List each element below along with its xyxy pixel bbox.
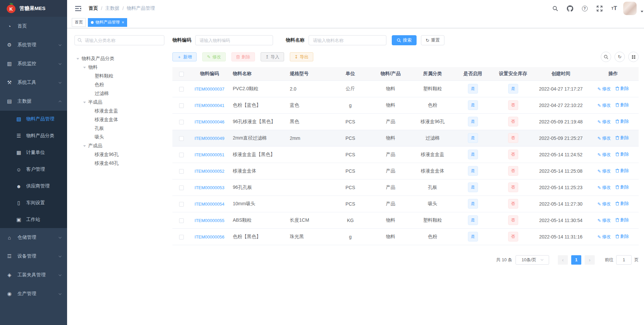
material-code-link[interactable]: ITEM00000053 [195,185,224,190]
row-checkbox[interactable] [179,185,184,190]
github-icon[interactable] [564,3,576,14]
tree-node[interactable]: 过滤棉 [74,89,164,98]
material-code-link[interactable]: ITEM00000037 [195,87,224,92]
tab[interactable]: 物料产品管理 × [88,18,127,27]
help-icon[interactable]: ? [579,3,590,14]
export-button[interactable]: ↧导出 [290,52,313,61]
sidebar-item[interactable]: ☺ 客户管理 [0,161,67,178]
row-checkbox[interactable] [179,153,184,157]
tree-node[interactable]: 孔板 [74,124,164,133]
row-checkbox[interactable] [179,120,184,124]
current-page-button[interactable]: 1 [571,255,581,265]
material-code-link[interactable]: ITEM00000049 [195,136,224,141]
close-icon[interactable]: × [122,20,124,24]
show-search-button[interactable] [601,52,611,62]
row-checkbox[interactable] [179,235,184,239]
avatar[interactable] [623,2,637,15]
sidebar-item[interactable]: ◈ 工装夹具管理 [0,266,67,284]
sidebar-item[interactable]: ◔ 首页 [0,17,67,36]
delete-button[interactable]: 删除 [231,52,255,61]
breadcrumb-home[interactable]: 首页 [89,5,98,11]
tree-node[interactable]: 塑料颗粒 [74,72,164,80]
sidebar-item[interactable]: ▯ 车间设置 [0,195,67,211]
tree-node[interactable]: 物料及产品分类 [74,54,164,63]
row-delete-link[interactable]: 删除 [615,168,629,174]
sidebar-item[interactable]: ☲ 设备管理 [0,247,67,266]
category-search-input[interactable] [74,35,164,45]
sidebar-item[interactable]: ⌂ 仓储管理 [0,228,67,247]
material-code-link[interactable]: ITEM00000055 [195,218,224,223]
page-size-select[interactable]: 10条/页 [516,255,549,265]
row-delete-link[interactable]: 删除 [615,135,629,141]
tree-node[interactable]: 移液盒盒盖 [74,107,164,115]
row-checkbox[interactable] [179,103,184,108]
select-all-checkbox[interactable] [179,72,184,76]
material-code-link[interactable]: ITEM00000054 [195,202,224,207]
next-page-button[interactable]: › [585,255,595,265]
prev-page-button[interactable]: ‹ [558,255,568,265]
row-delete-link[interactable]: 删除 [615,184,629,190]
row-checkbox[interactable] [179,87,184,92]
tree-node[interactable]: 移液盒96孔 [74,150,164,159]
code-input[interactable] [195,35,273,45]
tab[interactable]: 首页 [72,18,86,27]
material-code-link[interactable]: ITEM00000052 [195,169,224,174]
row-checkbox[interactable] [179,169,184,174]
row-delete-link[interactable]: 删除 [615,151,629,157]
sidebar-item[interactable]: ▦ 计量单位 [0,144,67,161]
row-delete-link[interactable]: 删除 [615,217,629,223]
row-edit-link[interactable]: ✎修改 [597,119,611,125]
row-edit-link[interactable]: ✎修改 [597,152,611,158]
caret-down-icon[interactable] [641,11,643,12]
row-edit-link[interactable]: ✎修改 [597,184,611,191]
refresh-button[interactable]: ↻ [614,52,625,62]
reset-button[interactable]: ↻ 重置 [421,35,444,45]
edit-button[interactable]: ✎修改 [202,52,226,61]
row-delete-link[interactable]: 删除 [615,233,629,239]
font-size-icon[interactable]: TT [608,3,620,14]
sidebar-item[interactable]: ▧ 物料产品管理 [0,111,67,127]
sidebar-item[interactable]: ◉ 生产管理 [0,284,67,303]
sidebar-item[interactable]: ☰ 物料产品分类 [0,127,67,144]
sidebar-item[interactable]: ▥ 系统监控 [0,54,67,73]
row-edit-link[interactable]: ✎修改 [597,168,611,174]
row-edit-link[interactable]: ✎修改 [597,135,611,141]
row-delete-link[interactable]: 删除 [615,201,629,207]
sidebar-item[interactable]: ▣ 工作站 [0,211,67,228]
row-edit-link[interactable]: ✎修改 [597,234,611,240]
tree-node[interactable]: 产成品 [74,142,164,150]
material-code-link[interactable]: ITEM00000056 [195,234,224,239]
row-delete-link[interactable]: 删除 [615,102,629,108]
tree-node[interactable]: 移液盒盒体 [74,115,164,124]
row-delete-link[interactable]: 删除 [615,118,629,124]
row-edit-link[interactable]: ✎修改 [597,217,611,223]
add-button[interactable]: ＋新增 [172,52,197,61]
row-edit-link[interactable]: ✎修改 [597,102,611,108]
sidebar-item[interactable]: ⚙ 系统管理 [0,36,67,54]
row-edit-link[interactable]: ✎修改 [597,201,611,207]
material-code-link[interactable]: ITEM00000046 [195,119,224,124]
import-button[interactable]: ↥导入 [261,52,284,61]
tree-node[interactable]: 半成品 [74,98,164,107]
sidebar-item[interactable]: ⚒ 系统工具 [0,73,67,92]
row-checkbox[interactable] [179,218,184,223]
columns-button[interactable] [628,52,639,62]
tree-node[interactable]: 色粉 [74,80,164,89]
sidebar-item[interactable]: ☻ 供应商管理 [0,178,67,195]
tree-node[interactable]: 移液盒48孔 [74,159,164,168]
material-code-link[interactable]: ITEM00000051 [195,152,224,157]
material-code-link[interactable]: ITEM00000041 [195,103,224,108]
name-input[interactable] [309,35,386,45]
search-button[interactable]: 搜索 [392,35,417,45]
sidebar-toggle-icon[interactable] [72,6,85,11]
row-checkbox[interactable] [179,202,184,207]
fullscreen-icon[interactable] [594,3,605,14]
tree-node[interactable]: 物料 [74,63,164,72]
row-edit-link[interactable]: ✎修改 [597,86,611,92]
goto-page-input[interactable] [616,255,632,265]
sidebar-item[interactable]: ▤ 主数据 [0,92,67,111]
row-checkbox[interactable] [179,136,184,141]
row-delete-link[interactable]: 删除 [615,86,629,92]
search-icon[interactable] [549,3,561,14]
tree-node[interactable]: 吸头 [74,133,164,142]
